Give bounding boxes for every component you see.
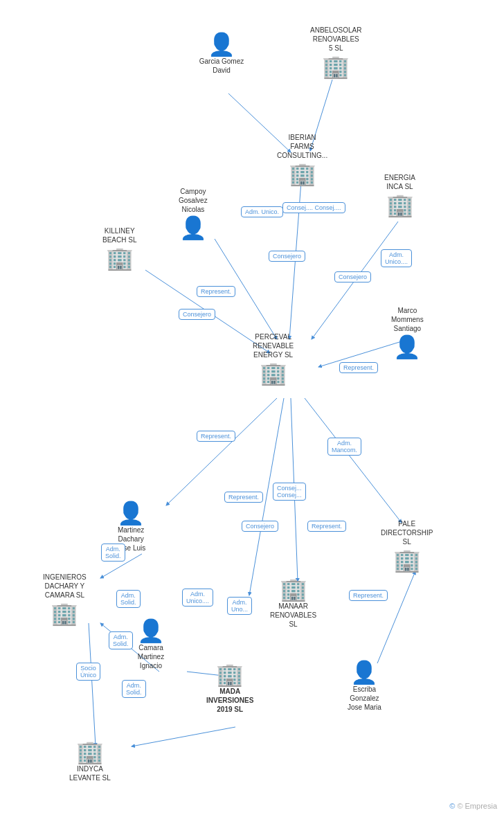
badge-adm-solid-3[interactable]: Adm.Solid. bbox=[109, 631, 133, 649]
node-energia: ENERGIAINCA SL 🏢 bbox=[384, 172, 415, 216]
building-icon-indyca: 🏢 bbox=[76, 741, 104, 763]
badge-consej-2[interactable]: Consej...Consej... bbox=[273, 483, 306, 501]
badge-socio-unico[interactable]: SocioÚnico bbox=[76, 663, 100, 681]
svg-line-14 bbox=[132, 727, 235, 746]
node-marco: MarcoMommensSantiago 👤 bbox=[391, 305, 424, 358]
watermark: © © Empresia bbox=[449, 802, 497, 810]
label-indyca: INDYCALEVANTE SL bbox=[69, 764, 111, 782]
person-icon-escriba: 👤 bbox=[350, 661, 378, 683]
badge-adm-solid-1[interactable]: Adm.Solid. bbox=[101, 544, 125, 562]
node-anbelosolar: ANBELOSOLARRENOVABLES5 SL 🏢 bbox=[310, 24, 361, 78]
badge-represent-2[interactable]: Represent. bbox=[197, 431, 235, 442]
label-marco-top: MarcoMommensSantiago bbox=[391, 306, 424, 333]
badge-consejero-2[interactable]: Consejero bbox=[334, 271, 371, 282]
badge-consej-1[interactable]: Consej.... Consej.... bbox=[282, 202, 345, 213]
badge-represent-4[interactable]: Represent. bbox=[307, 521, 346, 532]
badge-adm-uno-3[interactable]: Adm.Uno... bbox=[227, 597, 252, 615]
person-icon-martinez: 👤 bbox=[117, 502, 145, 524]
building-icon-pale: 🏢 bbox=[393, 549, 421, 571]
badge-adm-mancom[interactable]: Adm.Mancom. bbox=[327, 438, 361, 456]
label-escriba: EscribaGonzalezJose Maria bbox=[348, 685, 381, 712]
label-iberian-top: IBERIANFARMSCONSULTING... bbox=[277, 133, 327, 160]
badge-represent-1[interactable]: Represent. bbox=[197, 286, 235, 297]
node-indyca: 🏢 INDYCALEVANTE SL bbox=[69, 741, 111, 782]
badge-adm-solid-4[interactable]: Adm.Solid. bbox=[122, 680, 146, 698]
badge-represent-marco[interactable]: Represent. bbox=[339, 362, 378, 373]
person-icon-garcia: 👤 bbox=[208, 33, 235, 55]
node-iberian: IBERIANFARMSCONSULTING... 🏢 bbox=[277, 132, 327, 185]
node-mada: 🏢 MADAINVERSIONES2019 SL bbox=[206, 663, 253, 714]
building-icon-anbelosolar: 🏢 bbox=[322, 55, 350, 78]
building-icon-manaar: 🏢 bbox=[280, 578, 307, 600]
building-icon-perceval: 🏢 bbox=[260, 362, 287, 384]
badge-represent-5[interactable]: Represent. bbox=[349, 590, 388, 601]
label-ingenieros-top: INGENIEROSDACHARY YCAMARA SL bbox=[43, 573, 87, 600]
label-mada: MADAINVERSIONES2019 SL bbox=[206, 687, 253, 714]
building-icon-mada: 🏢 bbox=[216, 663, 244, 685]
building-icon-killiney: 🏢 bbox=[106, 247, 134, 269]
node-pale: PALEDIRECTORSHIPSL 🏢 bbox=[381, 518, 433, 571]
person-icon-marco: 👤 bbox=[393, 336, 421, 358]
svg-line-7 bbox=[166, 398, 277, 505]
building-icon-ingenieros: 🏢 bbox=[51, 602, 78, 625]
person-icon-camara: 👤 bbox=[137, 620, 165, 642]
label-garcia: Garcia Gomez David bbox=[190, 57, 253, 75]
label-pale-top: PALEDIRECTORSHIPSL bbox=[381, 519, 433, 546]
badge-consejero-1[interactable]: Consejero bbox=[269, 251, 305, 262]
badge-adm-unico-1[interactable]: Adm. Unico. bbox=[241, 206, 283, 217]
node-escriba: 👤 EscribaGonzalezJose Maria bbox=[348, 661, 381, 712]
node-camara: 👤 CamaraMartinezIgnacio bbox=[137, 620, 165, 670]
diagram: 👤 Garcia Gomez David ANBELOSOLARRENOVABL… bbox=[0, 0, 504, 817]
label-campoy-top: CampoyGosalvezNicolas bbox=[179, 187, 208, 214]
svg-line-8 bbox=[305, 398, 402, 523]
node-garcia: 👤 Garcia Gomez David bbox=[190, 33, 253, 75]
label-killiney-top: KILLINEYBEACH SL bbox=[102, 226, 136, 244]
badge-consejero-4[interactable]: Consejero bbox=[242, 521, 278, 532]
label-energia-top: ENERGIAINCA SL bbox=[384, 173, 415, 191]
svg-line-15 bbox=[377, 571, 415, 663]
label-anbelosolar-top: ANBELOSOLARRENOVABLES5 SL bbox=[310, 26, 361, 53]
node-killiney: KILLINEYBEACH SL 🏢 bbox=[102, 225, 136, 269]
person-icon-campoy: 👤 bbox=[179, 217, 207, 239]
badge-adm-unico-2[interactable]: Adm.Unico.... bbox=[182, 589, 213, 607]
building-icon-energia: 🏢 bbox=[386, 194, 414, 216]
badge-adm-unico-energia[interactable]: Adm.Unico.... bbox=[381, 249, 412, 267]
label-perceval-top: PERCEVALRENEVABLEENERGY SL bbox=[253, 332, 294, 359]
building-icon-iberian: 🏢 bbox=[289, 163, 316, 185]
node-ingenieros: INGENIEROSDACHARY YCAMARA SL 🏢 bbox=[43, 571, 87, 625]
label-manaar: MANAARRENOVABLESSL bbox=[270, 602, 316, 629]
badge-consejero-3[interactable]: Consejero bbox=[179, 309, 215, 320]
node-manaar: 🏢 MANAARRENOVABLESSL bbox=[270, 578, 316, 629]
svg-line-12 bbox=[89, 623, 96, 746]
badge-adm-solid-2[interactable]: Adm.Solid. bbox=[116, 590, 141, 608]
badge-represent-3[interactable]: Represent. bbox=[224, 492, 263, 503]
label-camara: CamaraMartinezIgnacio bbox=[138, 643, 164, 670]
node-campoy: CampoyGosalvezNicolas 👤 bbox=[179, 186, 208, 239]
node-perceval: PERCEVALRENEVABLEENERGY SL 🏢 bbox=[253, 331, 294, 384]
